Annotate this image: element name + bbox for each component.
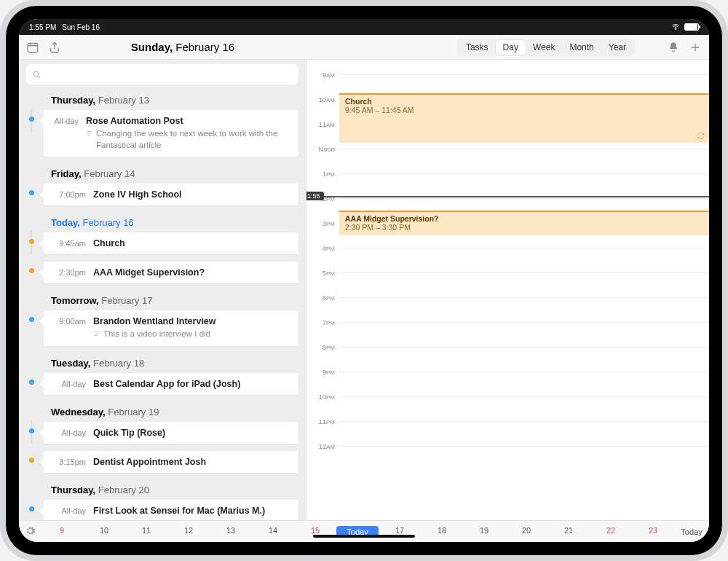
hour-label: 9PM (306, 368, 339, 376)
bezel: 1:55 PM Sun Feb 16 Sunday, February 16 T… (6, 6, 722, 555)
screen: 1:55 PM Sun Feb 16 Sunday, February 16 T… (19, 19, 709, 542)
now-indicator-label: 1:55 (306, 192, 324, 200)
hour-label: 11PM (306, 417, 339, 425)
hour-gridline (339, 248, 709, 248)
event-body: Rose Automation PostChanging the week to… (86, 116, 291, 151)
view-segmented-control[interactable]: TasksDayWeekMonthYear (457, 39, 635, 56)
view-tab-day[interactable]: Day (496, 40, 526, 55)
event-note: This is a video interview I did (93, 329, 216, 340)
event-time: All-day (51, 379, 86, 389)
view-tab-week[interactable]: Week (526, 40, 562, 55)
date-strip-day[interactable]: 18 (421, 526, 463, 538)
date-strip-day[interactable]: 21 (547, 526, 590, 538)
agenda-event-row[interactable]: 9:45amChurch (19, 231, 306, 260)
day-date: February 17 (101, 295, 152, 306)
event-body: Dentist Appointment Josh (93, 457, 206, 467)
agenda-event-row[interactable]: All-dayRose Automation PostChanging the … (19, 109, 306, 162)
event-body: Brandon Wentland InterviewThis is a vide… (93, 316, 216, 340)
day-weekday: Thursday, (51, 95, 95, 106)
agenda-event-row[interactable]: All-dayBest Calendar App for iPad (Josh) (19, 372, 306, 401)
view-tab-tasks[interactable]: Tasks (459, 40, 496, 55)
hour-label: 7PM (306, 318, 339, 326)
event-note: Changing the week to next week to work w… (86, 128, 291, 151)
event-title: Dentist Appointment Josh (93, 457, 206, 467)
hour-label: 6PM (306, 294, 339, 302)
home-indicator[interactable] (313, 535, 415, 538)
agenda-event-row[interactable]: All-dayQuick Tip (Rose) (19, 420, 306, 450)
date-strip-day[interactable]: 11 (125, 526, 167, 538)
date-strip-day[interactable]: 9 (41, 526, 83, 538)
date-strip-day[interactable]: 23 (632, 526, 674, 538)
date-strip: 9101112131415Today17181920212223 Today (19, 520, 709, 542)
hour-label: 5PM (306, 269, 339, 277)
hour-label: 9AM (306, 71, 339, 79)
event-title: Quick Tip (Rose) (93, 428, 165, 438)
date-strip-day[interactable]: 12 (167, 526, 210, 538)
notifications-icon[interactable] (667, 41, 680, 54)
page-title: Sunday, February 16 (63, 41, 303, 53)
date-strip-day[interactable]: 10 (83, 526, 125, 538)
event-title: Rose Automation Post (86, 116, 291, 126)
calendar-dot-icon (29, 506, 34, 511)
event-card[interactable]: All-dayBest Calendar App for iPad (Josh) (44, 373, 298, 395)
svg-point-0 (676, 29, 676, 30)
event-card[interactable]: All-dayFirst Look at Sensei for Mac (Mar… (44, 500, 298, 520)
event-time: All-day (51, 506, 86, 516)
timeline-event-block[interactable]: Church9:45 AM – 11:45 AM (339, 93, 709, 143)
agenda-list[interactable]: Thursday, February 13All-dayRose Automat… (19, 89, 306, 520)
timeline-pane[interactable]: 8AM9AM10AM11AMNoon1PM2PM3PM4PM5PM6PM7PM8… (306, 60, 709, 520)
hour-label: 3PM (306, 219, 339, 227)
agenda-day-header: Tomorrow, February 17 (19, 289, 306, 309)
agenda-pane: Thursday, February 13All-dayRose Automat… (19, 60, 306, 520)
day-weekday: Friday, (51, 168, 82, 179)
calendar-dot-icon (29, 117, 34, 122)
agenda-day-header: Thursday, February 20 (19, 479, 306, 498)
event-card[interactable]: 3:15pmDentist Appointment Josh (44, 451, 298, 473)
search-field[interactable] (46, 69, 293, 79)
date-strip-day[interactable]: 22 (590, 526, 632, 538)
agenda-event-row[interactable]: All-dayFirst Look at Sensei for Mac (Mar… (19, 498, 306, 520)
event-card[interactable]: 9:00amBrandon Wentland InterviewThis is … (44, 310, 298, 346)
date-strip-day[interactable]: 20 (505, 526, 547, 538)
event-time: 2:30pm (51, 267, 86, 278)
event-body: Quick Tip (Rose) (93, 428, 165, 438)
agenda-event-row[interactable]: 7:00pmZone IV High School (19, 182, 306, 211)
event-card[interactable]: 9:45amChurch (44, 232, 298, 254)
event-card[interactable]: All-dayRose Automation PostChanging the … (44, 110, 298, 157)
event-body: Church (93, 238, 125, 248)
share-icon[interactable] (48, 41, 61, 54)
now-indicator-line (306, 196, 709, 197)
main-split: Thursday, February 13All-dayRose Automat… (19, 60, 709, 520)
view-tab-month[interactable]: Month (562, 40, 601, 55)
date-strip-day[interactable]: 19 (463, 526, 505, 538)
day-date: February 13 (98, 95, 149, 106)
day-date: February 18 (93, 358, 144, 369)
agenda-event-row[interactable]: 3:15pmDentist Appointment Josh (19, 450, 306, 479)
search-input[interactable] (26, 64, 298, 85)
event-card[interactable]: 2:30pmAAA Midget Supervision? (44, 262, 298, 283)
event-title: Zone IV High School (93, 189, 182, 200)
event-title: Brandon Wentland Interview (93, 316, 216, 326)
timeline-event-block[interactable]: AAA Midget Supervision?2:30 PM – 3:30 PM (339, 211, 709, 235)
hour-gridline (339, 149, 709, 149)
event-body: First Look at Sensei for Mac (Marius M.) (93, 506, 265, 516)
event-card[interactable]: 7:00pmZone IV High School (44, 184, 298, 205)
agenda-event-row[interactable]: 9:00amBrandon Wentland InterviewThis is … (19, 309, 306, 352)
event-body: Zone IV High School (93, 189, 182, 200)
view-tab-year[interactable]: Year (601, 40, 633, 55)
add-event-icon[interactable] (689, 41, 702, 54)
calendar-dot-icon (29, 268, 34, 273)
hour-label: 4PM (306, 244, 339, 252)
date-strip-day[interactable]: 14 (252, 526, 294, 538)
event-title: AAA Midget Supervision? (93, 267, 205, 278)
calendar-dot-icon (29, 428, 34, 434)
goto-today-button[interactable]: Today (674, 527, 709, 536)
agenda-event-row[interactable]: 2:30pmAAA Midget Supervision? (19, 260, 306, 289)
event-card[interactable]: All-dayQuick Tip (Rose) (44, 422, 298, 444)
calendar-sets-icon[interactable] (26, 41, 39, 54)
settings-icon[interactable] (19, 525, 41, 538)
calendar-dot-icon (29, 239, 34, 244)
hour-gridline (339, 297, 709, 298)
status-time: 1:55 PM (29, 23, 56, 31)
date-strip-day[interactable]: 13 (210, 526, 252, 538)
